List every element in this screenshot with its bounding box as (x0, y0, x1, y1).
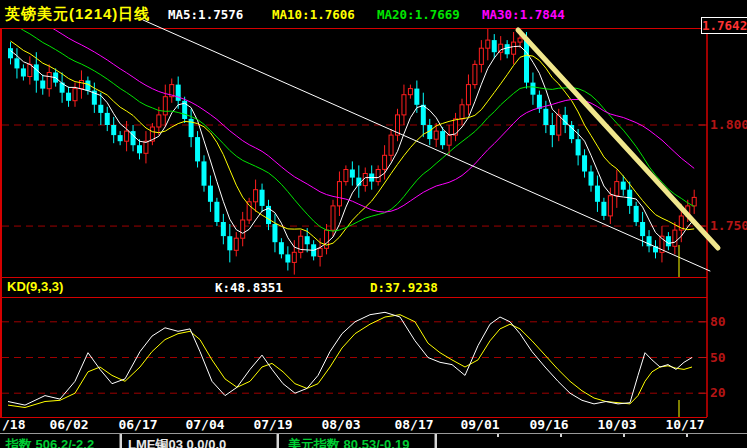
k-line (8, 312, 692, 405)
d-value-label: D:37.9238 (370, 280, 438, 295)
date-label: 10/17 (665, 417, 704, 432)
thick-yellow-trendline (518, 30, 718, 248)
candlestick-chart[interactable]: /1806/0206/1707/0407/1908/0308/1709/0109… (0, 0, 747, 448)
ma10-value-label: MA10:1.7606 (272, 7, 355, 22)
kd-indicator-label: KD(9,3,3) (7, 279, 63, 294)
price-axis-label: 1.8000 (710, 117, 747, 132)
cell-separator (434, 434, 437, 448)
kd-axis-label: 20 (710, 385, 726, 400)
date-label: 09/16 (529, 417, 568, 432)
ma10-line (11, 41, 695, 245)
date-label: 06/02 (49, 417, 88, 432)
date-label: /18 (2, 417, 26, 432)
cell-separator (119, 434, 122, 448)
ticker-cell[interactable]: LME铜03 0.0/0.0 (128, 436, 226, 448)
ticker-bar: 指数 506.2/-2.2LME铜03 0.0/0.0美元指数 80.53/-0… (0, 433, 747, 448)
date-label: 08/03 (321, 417, 360, 432)
cell-tick (686, 434, 688, 437)
last-price-box: 1.7642 (701, 17, 747, 34)
ma5-value-label: MA5:1.7576 (168, 7, 243, 22)
candles (8, 28, 696, 275)
kd-indicator-header: KD(9,3,3) K:48.8351 D:37.9238 (0, 278, 747, 297)
trading-terminal: /1806/0206/1707/0407/1908/0308/1709/0109… (0, 0, 747, 448)
ticker-cell[interactable]: 美元指数 80.53/-0.19 (288, 436, 409, 448)
date-label: 09/01 (460, 417, 499, 432)
cell-tick (497, 434, 499, 437)
date-label: 08/17 (394, 417, 433, 432)
cell-separator (276, 434, 279, 448)
date-label: 10/03 (597, 417, 636, 432)
date-label: 07/19 (253, 417, 292, 432)
instrument-title: 英镑美元(1214)日线 (5, 5, 150, 24)
cell-tick (623, 434, 625, 437)
ticker-cell[interactable]: 指数 506.2/-2.2 (6, 436, 94, 448)
date-label: 06/17 (118, 417, 157, 432)
kd-axis-label: 50 (710, 350, 726, 365)
cell-tick (560, 434, 562, 437)
ma20-value-label: MA20:1.7669 (377, 7, 460, 22)
price-axis-label: 1.7500 (710, 218, 747, 233)
chart-header-bar: 英镑美元(1214)日线 MA5:1.7576MA10:1.7606MA20:1… (0, 0, 747, 28)
kd-axis-label: 80 (710, 314, 726, 329)
k-value-label: K:48.8351 (215, 280, 283, 295)
date-label: 07/04 (185, 417, 224, 432)
ma30-value-label: MA30:1.7844 (482, 7, 565, 22)
